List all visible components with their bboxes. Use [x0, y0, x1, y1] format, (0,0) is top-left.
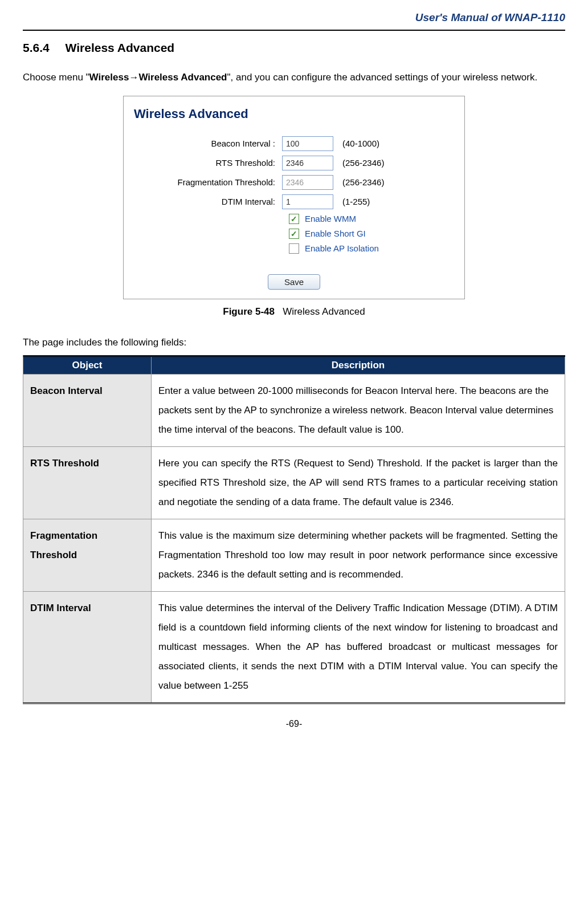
enable-ap-isolation-checkbox[interactable]: [289, 243, 299, 254]
frag-threshold-input[interactable]: [282, 175, 333, 190]
rts-threshold-row: RTS Threshold: (256-2346): [134, 156, 454, 170]
description-cell: This value is the maximum size determini…: [152, 519, 565, 591]
object-cell: DTIM Interval: [23, 591, 152, 703]
table-row: Beacon IntervalEnter a value between 20-…: [23, 374, 565, 446]
figure-number: Figure 5-48: [223, 306, 275, 317]
enable-short-gi-row: Enable Short GI: [134, 229, 454, 239]
enable-short-gi-label: Enable Short GI: [305, 229, 366, 238]
enable-wmm-checkbox[interactable]: [289, 214, 299, 224]
object-cell: Beacon Interval: [23, 374, 152, 446]
table-row: DTIM IntervalThis value determines the i…: [23, 591, 565, 703]
description-cell: This value determines the interval of th…: [152, 591, 565, 703]
section-number: 5.6.4: [23, 41, 50, 55]
table-row: Fragmentation ThresholdThis value is the…: [23, 519, 565, 591]
rts-threshold-input[interactable]: [282, 156, 333, 170]
beacon-interval-range: (40-1000): [333, 139, 379, 148]
rts-threshold-label: RTS Threshold:: [134, 158, 282, 168]
page-number: -69-: [23, 719, 565, 729]
figure-title: Wireless Advanced: [283, 306, 365, 317]
save-row: Save: [134, 258, 454, 290]
description-cell: Here you can specify the RTS (Request to…: [152, 446, 565, 519]
section-title: Wireless Advanced: [66, 41, 175, 54]
object-cell: RTS Threshold: [23, 446, 152, 519]
beacon-interval-label: Beacon Interval :: [134, 139, 282, 148]
object-cell: Fragmentation Threshold: [23, 519, 152, 591]
dtim-interval-range: (1-255): [333, 197, 370, 206]
description-cell: Enter a value between 20-1000 millisecon…: [152, 374, 565, 446]
rts-threshold-range: (256-2346): [333, 158, 384, 168]
enable-ap-isolation-label: Enable AP Isolation: [305, 243, 379, 253]
beacon-interval-input[interactable]: [282, 136, 333, 151]
frag-threshold-row: Fragmentation Threshold: (256-2346): [134, 175, 454, 190]
beacon-interval-row: Beacon Interval : (40-1000): [134, 136, 454, 151]
dtim-interval-label: DTIM Interval:: [134, 197, 282, 206]
enable-short-gi-checkbox[interactable]: [289, 229, 299, 239]
th-description: Description: [152, 356, 565, 374]
dtim-interval-input[interactable]: [282, 194, 333, 209]
table-row: RTS ThresholdHere you can specify the RT…: [23, 446, 565, 519]
enable-wmm-row: Enable WMM: [134, 214, 454, 224]
save-button[interactable]: Save: [268, 274, 320, 290]
enable-wmm-label: Enable WMM: [305, 214, 356, 223]
wireless-advanced-panel: Wireless Advanced Beacon Interval : (40-…: [123, 96, 465, 299]
figure-caption: Figure 5-48 Wireless Advanced: [23, 306, 565, 318]
section-heading: 5.6.4 Wireless Advanced: [23, 41, 565, 55]
enable-ap-isolation-row: Enable AP Isolation: [134, 243, 454, 254]
frag-threshold-label: Fragmentation Threshold:: [134, 177, 282, 187]
fields-intro: The page includes the following fields:: [23, 337, 565, 348]
dtim-interval-row: DTIM Interval: (1-255): [134, 194, 454, 209]
page-header-title: User's Manual of WNAP-1110: [23, 11, 565, 31]
panel-title: Wireless Advanced: [134, 107, 454, 121]
th-object: Object: [23, 356, 152, 374]
fields-table: Object Description Beacon IntervalEnter …: [23, 355, 565, 704]
intro-paragraph: Choose menu "Wireless→Wireless Advanced"…: [23, 67, 565, 88]
frag-threshold-range: (256-2346): [333, 177, 384, 187]
